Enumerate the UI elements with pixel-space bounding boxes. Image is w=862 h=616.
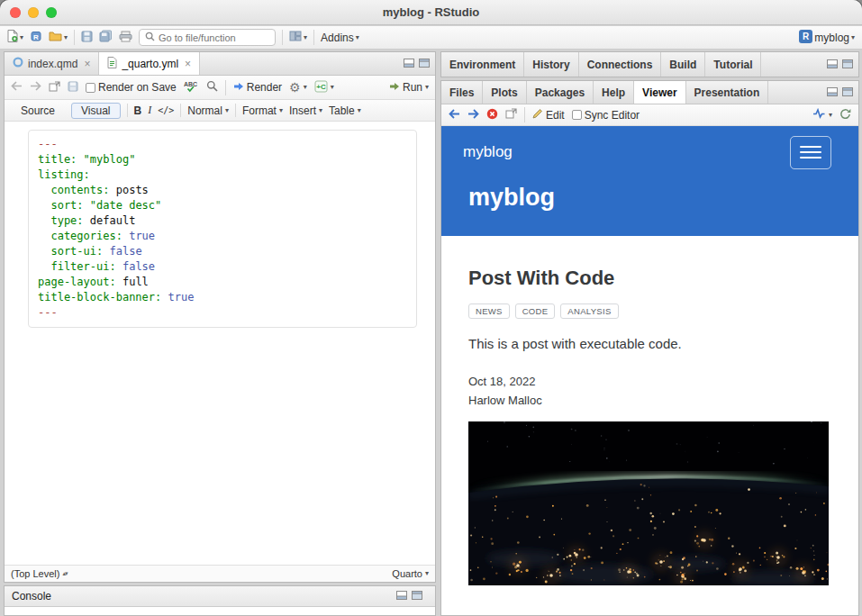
goto-file-search[interactable]: [139, 29, 276, 46]
new-project-button[interactable]: R: [30, 30, 42, 45]
minimize-pane-icon[interactable]: [396, 590, 407, 602]
insert-chunk-button[interactable]: +C ▾: [314, 80, 334, 95]
tab-help[interactable]: Help: [594, 81, 634, 104]
minimize-window-button[interactable]: [28, 7, 39, 18]
open-folder-icon: [49, 31, 62, 44]
minimize-pane-icon[interactable]: [827, 86, 838, 99]
category-badge[interactable]: CODE: [515, 303, 556, 319]
source-mode-button[interactable]: Source: [11, 103, 65, 119]
tab-plots[interactable]: Plots: [483, 81, 526, 104]
render-button[interactable]: Render: [233, 81, 282, 95]
maximize-pane-icon[interactable]: [842, 86, 853, 99]
tab-label: Tutorial: [713, 59, 752, 71]
new-file-button[interactable]: ▾: [7, 30, 23, 45]
chevron-down-icon: ▾: [64, 34, 68, 41]
close-window-button[interactable]: [10, 7, 21, 18]
document-mode-selector[interactable]: Quarto ▾: [392, 568, 429, 579]
category-badge[interactable]: NEWS: [468, 303, 510, 319]
project-menu[interactable]: R myblog ▾: [799, 30, 855, 46]
up-down-icon: ▴▾: [62, 570, 67, 577]
tab-presentation[interactable]: Presentation: [686, 81, 769, 104]
addins-label: Addins: [321, 32, 354, 44]
insert-menu[interactable]: Insert▾: [289, 104, 322, 117]
minimize-pane-icon[interactable]: [827, 59, 838, 71]
tab-label: Viewer: [642, 86, 676, 99]
refresh-button[interactable]: [839, 108, 851, 122]
back-button[interactable]: [11, 81, 23, 94]
console-header[interactable]: Console: [5, 586, 435, 607]
tab-tutorial[interactable]: Tutorial: [705, 52, 761, 77]
tab-files[interactable]: Files: [441, 81, 483, 104]
open-file-button[interactable]: ▾: [49, 31, 68, 44]
spellcheck-button[interactable]: ABC: [184, 80, 199, 95]
chevron-down-icon: ▾: [356, 34, 359, 41]
yaml-file-icon: [107, 57, 117, 71]
close-tab-icon[interactable]: ×: [185, 58, 191, 70]
workspace-panes-button[interactable]: ▾: [289, 31, 307, 44]
format-menu[interactable]: Format▾: [242, 104, 283, 117]
viewer-popout-button[interactable]: [505, 108, 517, 122]
viewer-stop-button[interactable]: [486, 108, 498, 122]
bold-button[interactable]: B: [134, 104, 142, 117]
render-options-button[interactable]: ⚙▾: [289, 81, 307, 94]
save-all-icon: [99, 30, 113, 45]
zoom-window-button[interactable]: [46, 7, 57, 18]
post-author: Harlow Malloc: [468, 391, 838, 410]
tab-history[interactable]: History: [524, 52, 578, 77]
italic-button[interactable]: I: [148, 104, 151, 117]
traffic-lights: [10, 0, 57, 24]
site-navbar-title[interactable]: myblog: [463, 143, 513, 161]
navbar-menu-button[interactable]: [790, 136, 831, 169]
category-badge[interactable]: ANALYSIS: [560, 303, 618, 319]
print-button[interactable]: [119, 31, 132, 45]
post-image[interactable]: [468, 421, 829, 585]
block-format-select[interactable]: Normal▾: [187, 104, 229, 117]
forward-button[interactable]: [30, 81, 41, 94]
tab-index-qmd[interactable]: index.qmd ×: [5, 52, 99, 75]
save-button[interactable]: [81, 31, 93, 45]
goto-file-input[interactable]: [159, 32, 269, 43]
viewer-content[interactable]: myblog myblog Post With Code NEWS CODE A…: [441, 126, 858, 615]
run-button[interactable]: Run ▾: [389, 81, 429, 95]
toolbar-separator: [524, 107, 525, 122]
visual-editor-canvas[interactable]: ---title: "myblog"listing: contents: pos…: [5, 122, 435, 565]
minimize-pane-icon[interactable]: [404, 58, 414, 70]
chevron-down-icon: ▾: [304, 34, 307, 41]
render-on-save-checkbox[interactable]: Render on Save: [86, 81, 177, 94]
quarto-file-icon: [13, 57, 23, 70]
tab-build[interactable]: Build: [661, 52, 705, 77]
chevron-down-icon: ▾: [425, 84, 429, 91]
code-button[interactable]: </>: [158, 105, 174, 115]
maximize-pane-icon[interactable]: [842, 59, 853, 71]
publish-button[interactable]: ▾: [812, 108, 832, 122]
yaml-block[interactable]: ---title: "myblog"listing: contents: pos…: [28, 130, 417, 328]
save-all-button[interactable]: [99, 30, 113, 45]
tab-label: Help: [602, 86, 625, 99]
tab-connections[interactable]: Connections: [579, 52, 662, 77]
open-in-new-window-button[interactable]: [49, 81, 60, 95]
post-title[interactable]: Post With Code: [468, 267, 838, 290]
find-replace-button[interactable]: [206, 80, 218, 95]
close-tab-icon[interactable]: ×: [84, 58, 90, 70]
tab-environment[interactable]: Environment: [441, 52, 524, 77]
svg-text:+C: +C: [316, 83, 326, 91]
console-body[interactable]: [5, 607, 435, 615]
tab-quarto-yml[interactable]: _quarto.yml ×: [99, 52, 200, 75]
sync-editor-checkbox[interactable]: Sync Editor: [572, 109, 640, 122]
post-listing-item[interactable]: Post With Code NEWS CODE ANALYSIS This i…: [441, 236, 838, 585]
edit-button[interactable]: Edit: [532, 108, 565, 122]
viewer-forward-button[interactable]: [467, 109, 479, 122]
render-on-save-label: Render on Save: [98, 81, 177, 94]
tab-viewer[interactable]: Viewer: [634, 81, 685, 104]
table-menu[interactable]: Table▾: [329, 104, 361, 117]
viewer-back-button[interactable]: [449, 109, 460, 122]
tab-packages[interactable]: Packages: [527, 81, 594, 104]
gear-icon: ⚙: [289, 81, 301, 94]
scope-selector[interactable]: (Top Level) ▴▾: [11, 568, 67, 579]
save-button[interactable]: [68, 81, 78, 95]
visual-mode-button[interactable]: Visual: [71, 103, 120, 119]
maximize-pane-icon[interactable]: [412, 590, 422, 602]
addins-menu[interactable]: Addins ▾: [321, 32, 359, 44]
tab-label: index.qmd: [28, 58, 77, 70]
maximize-pane-icon[interactable]: [419, 58, 430, 70]
